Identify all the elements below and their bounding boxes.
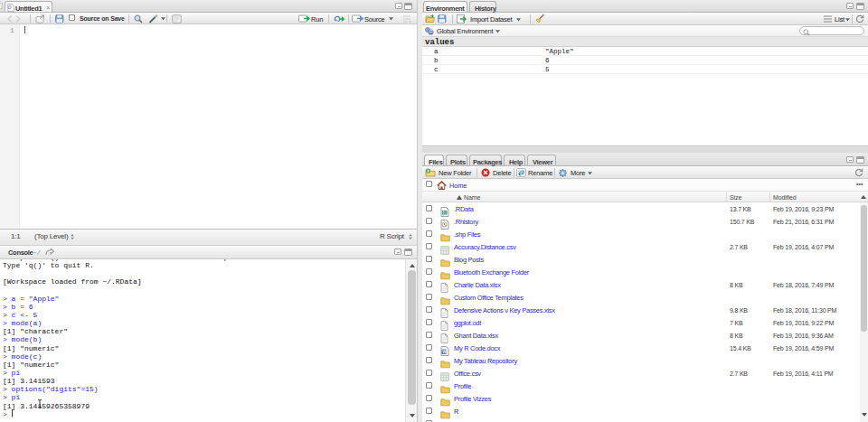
- svg-text:R: R: [429, 29, 434, 34]
